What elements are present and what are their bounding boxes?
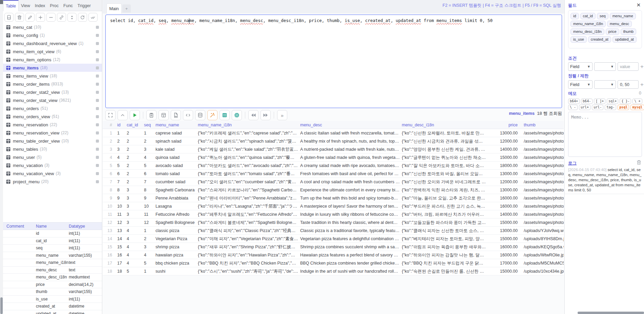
grid-cell[interactable]: {"ko":"토마토 샐러드","en":"tomato salad","zh"… xyxy=(198,170,298,178)
grid-cell[interactable]: {"ko":"스시","en":"sushi","zh":"寿司","ja":"… xyxy=(198,267,298,275)
grid-cell[interactable]: Fettuccine Alfredo xyxy=(155,210,198,218)
table-checkbox[interactable] xyxy=(96,58,99,61)
grid-cell[interactable]: 16 xyxy=(103,251,112,259)
field-tag-cat_id[interactable]: cat_id xyxy=(580,13,596,19)
grid-row[interactable]: 1111311Fettuccine Alfredo{"ko":"페투치네 알프레… xyxy=(103,210,564,218)
sidebar-table-menu_item_opt_view[interactable]: menu_item_opt_view(6) xyxy=(3,47,102,56)
grid-cell[interactable]: 13000.00 xyxy=(488,186,518,194)
grid-header-seq[interactable]: seq xyxy=(144,121,155,129)
grid-cell[interactable]: A healthy mix of fresh spinach, nuts, an… xyxy=(300,137,400,145)
grid-cell[interactable]: 16000.00 xyxy=(488,243,518,251)
grid-header-#[interactable]: # xyxy=(103,121,112,129)
sidebar-table-menu_order_stat2_view[interactable]: menu_order_stat2_view(13) xyxy=(3,88,102,96)
grid-cell[interactable]: 4 xyxy=(103,153,112,162)
grid-row[interactable]: 1212312Spaghetti Bolognese{"ko":"스파게티 볼로… xyxy=(103,218,564,227)
grid-cell[interactable]: /uploads/WtwROlie.jp xyxy=(524,251,564,259)
grid-cell[interactable]: Classic pizza is a traditional favorite,… xyxy=(300,227,400,235)
grid-cell[interactable]: 18 xyxy=(117,267,127,275)
sidebar-table-menu_orders[interactable]: menu_orders(51) xyxy=(3,104,102,112)
link-button[interactable] xyxy=(57,13,66,22)
memo-button-mysql[interactable]: mysql xyxy=(630,105,644,110)
grid-row[interactable]: 181851sushi{"ko":"스시","en":"sushi","zh":… xyxy=(103,267,564,275)
grid-cell[interactable]: 12 xyxy=(144,218,155,227)
grid-row[interactable]: 3323kale salad{"ko":"케일 샐러드","en":"kale … xyxy=(103,145,564,153)
grid-cell[interactable]: 2 xyxy=(103,137,112,145)
sidebar-table-menu_vacation_view[interactable]: menu_vacation_view(3) xyxy=(3,169,102,177)
grid-cell[interactable]: /assets/images/photos xyxy=(524,202,564,210)
grid-row[interactable]: 171745bbq chicken pizza{"ko":"BBQ 치킨 피자"… xyxy=(103,259,564,267)
grid-header-menu_name[interactable]: menu_name xyxy=(155,121,198,129)
column-row-menu_desc[interactable]: menu_desctext xyxy=(3,267,102,274)
file-csv-button[interactable] xyxy=(171,110,181,120)
plus-button[interactable] xyxy=(36,13,45,22)
memo-button-sql[interactable]: sql+ xyxy=(607,99,618,104)
grid-cell[interactable]: 2 xyxy=(127,178,144,186)
grid-row[interactable]: 1010310Lasagna{"ko":"라자냐","en":"Lasagna"… xyxy=(103,202,564,210)
column-row-menu_name[interactable]: menu_namevarchar(155) xyxy=(3,252,102,259)
grid-cell[interactable]: 3 xyxy=(117,145,127,153)
grid-cell[interactable]: Vegetarian pizza features a delightful c… xyxy=(300,235,400,243)
column-row-created_at[interactable]: created_atdatetime xyxy=(3,303,102,310)
grid-cell[interactable]: 3 xyxy=(127,194,144,202)
grid-cell[interactable]: 3 xyxy=(144,145,155,153)
condition-add-button[interactable]: + xyxy=(640,63,644,70)
grid-cell[interactable]: 6 xyxy=(103,170,112,178)
grid-cell[interactable]: spinach salad xyxy=(155,137,198,145)
grid-cell[interactable]: 3 xyxy=(127,186,144,194)
grid-header-menu_name_i18n[interactable]: menu_name_i18n xyxy=(198,121,298,129)
grid-cell[interactable]: kale salad xyxy=(155,145,198,153)
grid-header-id[interactable]: id xyxy=(117,121,127,129)
check-all-button[interactable] xyxy=(88,13,98,22)
sidebar-table-menu_orders_view[interactable]: menu_orders_view(51) xyxy=(3,112,102,121)
grid-cell[interactable]: {"ko":"야채 피자","en":"Vegetarian Pizza","z… xyxy=(198,235,298,243)
table-checkbox[interactable] xyxy=(96,83,99,86)
grid-cell[interactable]: /uploads/KEQSgo5a.w xyxy=(524,243,564,251)
grid-cell[interactable]: avocado salad xyxy=(155,162,198,170)
grid-row[interactable]: 6626tomato salad{"ko":"토마토 샐러드","en":"to… xyxy=(103,170,564,178)
grid-cell[interactable]: /uploads/10xc434e.jpg xyxy=(524,267,564,275)
grid-cell[interactable]: 2 xyxy=(127,129,144,137)
grid-cell[interactable]: 15 xyxy=(117,243,127,251)
column-row-is_use[interactable]: is_useint(11) xyxy=(3,296,102,303)
grid-cell[interactable]: 4 xyxy=(117,153,127,162)
sidebar-tab-proc[interactable]: Proc xyxy=(47,0,61,11)
grid-cell[interactable]: 16000.00 xyxy=(488,194,518,202)
grid-cell[interactable]: /assets/images/photos xyxy=(524,210,564,218)
grid-cell[interactable]: 4 xyxy=(127,251,144,259)
grid-cell[interactable]: 12 xyxy=(103,218,112,227)
sidebar-tab-table[interactable]: Table xyxy=(3,0,19,11)
memo-button-url[interactable]: url- xyxy=(592,105,603,110)
grid-cell[interactable]: Spaghetti Bolognese xyxy=(155,218,198,227)
grid-row[interactable]: 9939Penne Arrabbiata{"ko":"펜네 아라비아타","en… xyxy=(103,194,564,202)
code-button[interactable] xyxy=(183,110,193,120)
table-checkbox[interactable] xyxy=(96,107,99,110)
memo-button-tag[interactable]: tag- xyxy=(605,105,616,110)
condition-value-input[interactable]: value xyxy=(618,62,639,71)
table-button[interactable] xyxy=(159,110,169,120)
table-checkbox[interactable] xyxy=(96,91,99,94)
grid-cell[interactable]: 5 xyxy=(127,267,144,275)
rewind-button[interactable] xyxy=(248,110,258,120)
column-row-updated_at[interactable]: updated_atdatetime xyxy=(3,310,102,314)
grid-cell[interactable]: Lasagna xyxy=(155,202,198,210)
sidebar-table-menu_cat[interactable]: menu_cat(10) xyxy=(3,23,102,31)
grid-cell[interactable]: 8 xyxy=(144,186,155,194)
grid-cell[interactable]: BBQ Chicken pizza combines tender grille… xyxy=(300,259,400,267)
grid-cell[interactable]: 16 xyxy=(117,251,127,259)
grid-cell[interactable]: {"ko":"퀴노아 샐러드","en":"quinoa salad","zh"… xyxy=(198,153,298,162)
grid-cell[interactable]: {"ko":"클래식 피자","en":"Classic Pizza","zh"… xyxy=(198,227,298,235)
grid-cell[interactable]: Taste tradition in this hearty classic, … xyxy=(300,218,400,227)
grid-cell[interactable]: 14 xyxy=(103,235,112,243)
column-row-price[interactable]: pricedecimal(14,2) xyxy=(3,281,102,289)
grid-cell[interactable]: 1 xyxy=(144,267,155,275)
close-icon[interactable]: ✕ xyxy=(635,1,642,9)
sidebar-table-menu_items[interactable]: menu_items(18) xyxy=(3,64,102,72)
grid-cell[interactable]: Shrimp pizza combines succulent shrimp w… xyxy=(300,243,400,251)
grid-row[interactable]: 7727cucumber salad{"ko":"오이 샐러드","en":"c… xyxy=(103,178,564,186)
sidebar-table-menu_item_options[interactable]: menu_item_options(12) xyxy=(3,56,102,64)
grid-cell[interactable]: {"ko":"신선한 모짜렐라, 토마토, 바질로 만든 이탈리안 … xyxy=(402,129,486,137)
grid-cell[interactable]: 7 xyxy=(144,178,155,186)
grid-cell[interactable]: Indulge in the art of sushi with our han… xyxy=(300,267,400,275)
grid-cell[interactable]: A creamy salad made with ripe avocado, t… xyxy=(300,162,400,170)
grid-cell[interactable]: 15 xyxy=(103,243,112,251)
